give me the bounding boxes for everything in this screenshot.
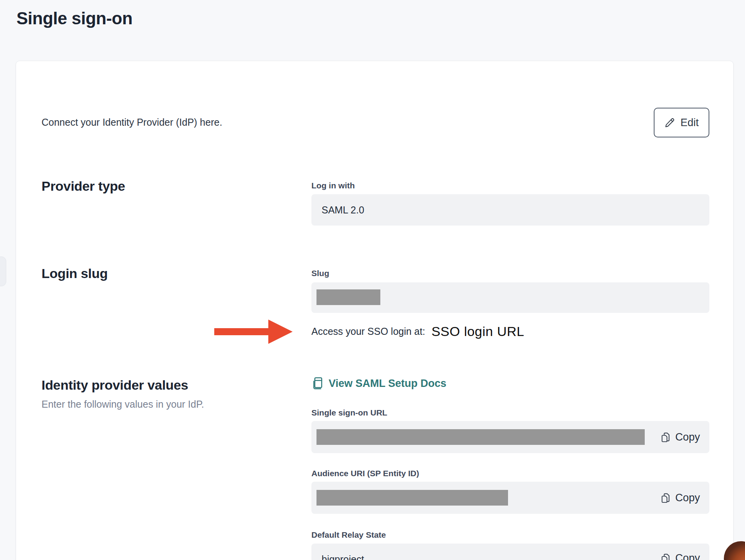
copy-icon: [661, 553, 671, 560]
section-heading-provider-type: Provider type: [42, 179, 125, 194]
edit-button-label: Edit: [680, 117, 699, 129]
annotation-arrow-icon: [214, 320, 293, 344]
field-label-default-relay-state: Default Relay State: [311, 530, 386, 540]
copy-button-label: Copy: [675, 492, 700, 504]
copy-sso-url-button[interactable]: Copy: [661, 431, 700, 443]
field-label-audience-uri: Audience URI (SP Entity ID): [311, 469, 419, 478]
copy-icon: [661, 492, 671, 504]
sso-url-field: Copy: [311, 421, 709, 453]
pencil-icon: [664, 117, 675, 128]
docs-link-label: View SAML Setup Docs: [329, 378, 447, 390]
slug-redacted-value: [316, 289, 380, 305]
access-login-row: Access your SSO login at: SSO login URL: [311, 320, 524, 342]
sso-url-redacted-value: [316, 429, 645, 445]
audience-uri-field: Copy: [311, 482, 709, 514]
audience-uri-redacted-value: [316, 490, 508, 506]
access-text: Access your SSO login at:: [311, 326, 425, 337]
copy-icon: [661, 431, 671, 443]
copy-relay-state-button[interactable]: Copy: [661, 552, 700, 560]
sso-settings-page: Single sign-on Connect your Identity Pro…: [0, 0, 745, 560]
section-heading-login-slug: Login slug: [42, 266, 108, 281]
copy-button-label: Copy: [675, 431, 700, 443]
login-with-label: Log in with: [311, 181, 355, 190]
field-label-single-sign-on-url: Single sign-on URL: [311, 408, 387, 417]
left-drawer-handle: [0, 257, 6, 286]
login-with-value: SAML 2.0: [322, 204, 364, 216]
sso-login-url-annotation: SSO login URL: [431, 324, 524, 339]
page-title: Single sign-on: [16, 9, 132, 28]
login-with-value-field: SAML 2.0: [311, 194, 709, 226]
intro-text: Connect your Identity Provider (IdP) her…: [42, 117, 222, 128]
default-relay-state-field: bigproject Copy: [311, 544, 709, 560]
copy-button-label: Copy: [675, 552, 700, 560]
slug-field: [311, 282, 709, 313]
slug-label: Slug: [311, 269, 329, 278]
sso-settings-card: Connect your Identity Provider (IdP) her…: [16, 61, 734, 560]
saml-docs-link[interactable]: View SAML Setup Docs: [311, 377, 447, 390]
journal-icon: [311, 377, 323, 390]
section-heading-idp-values: Identity provider values: [42, 378, 188, 393]
default-relay-state-value: bigproject: [322, 554, 364, 560]
copy-audience-uri-button[interactable]: Copy: [661, 492, 700, 504]
edit-button[interactable]: Edit: [654, 108, 709, 137]
idp-values-subtext: Enter the following values in your IdP.: [42, 399, 204, 410]
